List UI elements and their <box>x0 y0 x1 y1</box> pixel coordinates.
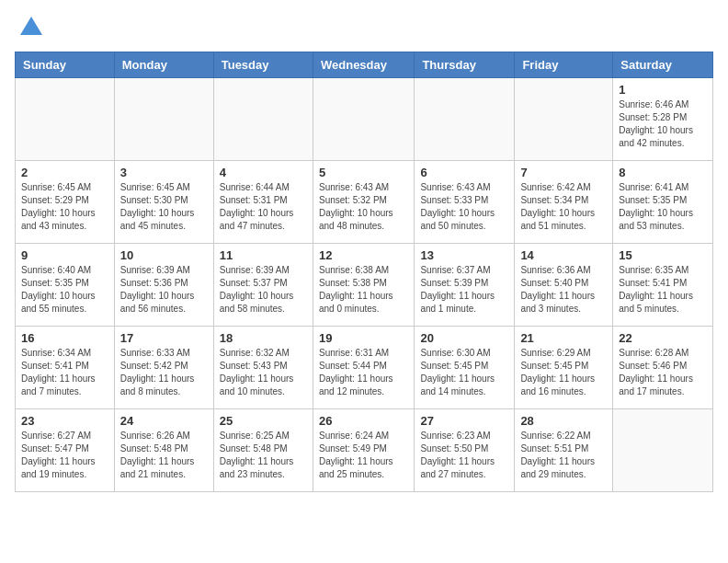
day-info: Sunrise: 6:33 AM Sunset: 5:42 PM Dayligh… <box>120 347 208 398</box>
day-info: Sunrise: 6:44 AM Sunset: 5:31 PM Dayligh… <box>220 181 307 233</box>
weekday-header-row: SundayMondayTuesdayWednesdayThursdayFrid… <box>16 52 713 78</box>
weekday-header-tuesday: Tuesday <box>213 52 313 78</box>
day-cell: 21Sunrise: 6:29 AM Sunset: 5:45 PM Dayli… <box>515 327 613 409</box>
day-cell: 18Sunrise: 6:32 AM Sunset: 5:43 PM Dayli… <box>213 327 313 409</box>
day-cell: 9Sunrise: 6:40 AM Sunset: 5:35 PM Daylig… <box>16 244 115 327</box>
day-number: 23 <box>21 414 108 428</box>
day-cell <box>515 78 613 161</box>
day-info: Sunrise: 6:24 AM Sunset: 5:49 PM Dayligh… <box>319 430 408 481</box>
weekday-header-sunday: Sunday <box>16 52 115 78</box>
week-row-1: 1Sunrise: 6:46 AM Sunset: 5:28 PM Daylig… <box>16 78 713 161</box>
day-info: Sunrise: 6:43 AM Sunset: 5:32 PM Dayligh… <box>319 181 408 233</box>
day-number: 24 <box>120 414 208 428</box>
day-number: 20 <box>420 331 508 345</box>
day-cell <box>613 409 713 492</box>
day-cell: 4Sunrise: 6:44 AM Sunset: 5:31 PM Daylig… <box>213 161 313 244</box>
day-info: Sunrise: 6:45 AM Sunset: 5:29 PM Dayligh… <box>21 181 108 233</box>
day-cell: 20Sunrise: 6:30 AM Sunset: 5:45 PM Dayli… <box>415 327 515 409</box>
day-cell: 17Sunrise: 6:33 AM Sunset: 5:42 PM Dayli… <box>114 327 213 409</box>
day-info: Sunrise: 6:45 AM Sunset: 5:30 PM Dayligh… <box>120 181 208 233</box>
day-info: Sunrise: 6:46 AM Sunset: 5:28 PM Dayligh… <box>619 98 707 150</box>
day-number: 19 <box>319 331 408 345</box>
day-cell: 19Sunrise: 6:31 AM Sunset: 5:44 PM Dayli… <box>313 327 414 409</box>
day-number: 25 <box>220 414 307 428</box>
day-info: Sunrise: 6:29 AM Sunset: 5:45 PM Dayligh… <box>520 347 607 398</box>
week-row-3: 9Sunrise: 6:40 AM Sunset: 5:35 PM Daylig… <box>16 244 713 327</box>
day-info: Sunrise: 6:32 AM Sunset: 5:43 PM Dayligh… <box>220 347 307 398</box>
day-number: 1 <box>619 83 707 97</box>
day-info: Sunrise: 6:42 AM Sunset: 5:34 PM Dayligh… <box>520 181 607 233</box>
day-number: 10 <box>120 248 208 262</box>
day-cell: 26Sunrise: 6:24 AM Sunset: 5:49 PM Dayli… <box>313 409 414 492</box>
header <box>15 15 713 40</box>
day-number: 15 <box>619 248 707 262</box>
day-number: 8 <box>619 166 707 179</box>
day-cell: 3Sunrise: 6:45 AM Sunset: 5:30 PM Daylig… <box>114 161 213 244</box>
day-cell: 23Sunrise: 6:27 AM Sunset: 5:47 PM Dayli… <box>16 409 115 492</box>
day-number: 9 <box>21 248 108 262</box>
day-cell: 1Sunrise: 6:46 AM Sunset: 5:28 PM Daylig… <box>613 78 713 161</box>
day-number: 12 <box>319 248 408 262</box>
day-cell: 27Sunrise: 6:23 AM Sunset: 5:50 PM Dayli… <box>415 409 515 492</box>
day-cell: 13Sunrise: 6:37 AM Sunset: 5:39 PM Dayli… <box>415 244 515 327</box>
weekday-header-thursday: Thursday <box>415 52 515 78</box>
day-cell <box>114 78 213 161</box>
day-number: 5 <box>319 166 408 179</box>
day-cell <box>213 78 313 161</box>
day-cell: 22Sunrise: 6:28 AM Sunset: 5:46 PM Dayli… <box>613 327 713 409</box>
day-info: Sunrise: 6:35 AM Sunset: 5:41 PM Dayligh… <box>619 264 707 316</box>
day-info: Sunrise: 6:38 AM Sunset: 5:38 PM Dayligh… <box>319 264 408 316</box>
day-number: 28 <box>520 414 607 428</box>
day-info: Sunrise: 6:22 AM Sunset: 5:51 PM Dayligh… <box>520 430 607 481</box>
day-info: Sunrise: 6:25 AM Sunset: 5:48 PM Dayligh… <box>220 430 307 481</box>
day-number: 17 <box>120 331 208 345</box>
day-cell: 25Sunrise: 6:25 AM Sunset: 5:48 PM Dayli… <box>213 409 313 492</box>
day-info: Sunrise: 6:23 AM Sunset: 5:50 PM Dayligh… <box>420 430 508 481</box>
week-row-2: 2Sunrise: 6:45 AM Sunset: 5:29 PM Daylig… <box>16 161 713 244</box>
day-info: Sunrise: 6:39 AM Sunset: 5:36 PM Dayligh… <box>120 264 208 316</box>
day-info: Sunrise: 6:30 AM Sunset: 5:45 PM Dayligh… <box>420 347 508 398</box>
day-cell: 7Sunrise: 6:42 AM Sunset: 5:34 PM Daylig… <box>515 161 613 244</box>
weekday-header-saturday: Saturday <box>613 52 713 78</box>
day-info: Sunrise: 6:28 AM Sunset: 5:46 PM Dayligh… <box>619 347 707 398</box>
week-row-5: 23Sunrise: 6:27 AM Sunset: 5:47 PM Dayli… <box>16 409 713 492</box>
day-cell <box>415 78 515 161</box>
day-number: 3 <box>120 166 208 179</box>
day-number: 7 <box>520 166 607 179</box>
day-number: 22 <box>619 331 707 345</box>
day-cell: 12Sunrise: 6:38 AM Sunset: 5:38 PM Dayli… <box>313 244 414 327</box>
day-info: Sunrise: 6:41 AM Sunset: 5:35 PM Dayligh… <box>619 181 707 233</box>
day-cell: 16Sunrise: 6:34 AM Sunset: 5:41 PM Dayli… <box>16 327 115 409</box>
day-cell: 2Sunrise: 6:45 AM Sunset: 5:29 PM Daylig… <box>16 161 115 244</box>
day-cell: 10Sunrise: 6:39 AM Sunset: 5:36 PM Dayli… <box>114 244 213 327</box>
day-info: Sunrise: 6:31 AM Sunset: 5:44 PM Dayligh… <box>319 347 408 398</box>
day-info: Sunrise: 6:40 AM Sunset: 5:35 PM Dayligh… <box>21 264 108 316</box>
day-cell: 14Sunrise: 6:36 AM Sunset: 5:40 PM Dayli… <box>515 244 613 327</box>
day-number: 11 <box>220 248 307 262</box>
day-number: 21 <box>520 331 607 345</box>
day-info: Sunrise: 6:39 AM Sunset: 5:37 PM Dayligh… <box>220 264 307 316</box>
week-row-4: 16Sunrise: 6:34 AM Sunset: 5:41 PM Dayli… <box>16 327 713 409</box>
weekday-header-monday: Monday <box>114 52 213 78</box>
day-cell: 5Sunrise: 6:43 AM Sunset: 5:32 PM Daylig… <box>313 161 414 244</box>
day-number: 27 <box>420 414 508 428</box>
day-number: 18 <box>220 331 307 345</box>
day-number: 14 <box>520 248 607 262</box>
logo <box>15 15 44 40</box>
day-cell: 8Sunrise: 6:41 AM Sunset: 5:35 PM Daylig… <box>613 161 713 244</box>
calendar: SundayMondayTuesdayWednesdayThursdayFrid… <box>15 52 713 492</box>
day-info: Sunrise: 6:36 AM Sunset: 5:40 PM Dayligh… <box>520 264 607 316</box>
svg-marker-0 <box>20 17 42 35</box>
day-number: 4 <box>220 166 307 179</box>
day-cell <box>313 78 414 161</box>
weekday-header-wednesday: Wednesday <box>313 52 414 78</box>
day-cell: 6Sunrise: 6:43 AM Sunset: 5:33 PM Daylig… <box>415 161 515 244</box>
weekday-header-friday: Friday <box>515 52 613 78</box>
day-info: Sunrise: 6:37 AM Sunset: 5:39 PM Dayligh… <box>420 264 508 316</box>
day-info: Sunrise: 6:34 AM Sunset: 5:41 PM Dayligh… <box>21 347 108 398</box>
day-info: Sunrise: 6:26 AM Sunset: 5:48 PM Dayligh… <box>120 430 208 481</box>
day-cell: 28Sunrise: 6:22 AM Sunset: 5:51 PM Dayli… <box>515 409 613 492</box>
day-number: 6 <box>420 166 508 179</box>
logo-icon <box>18 15 44 40</box>
day-number: 2 <box>21 166 108 179</box>
